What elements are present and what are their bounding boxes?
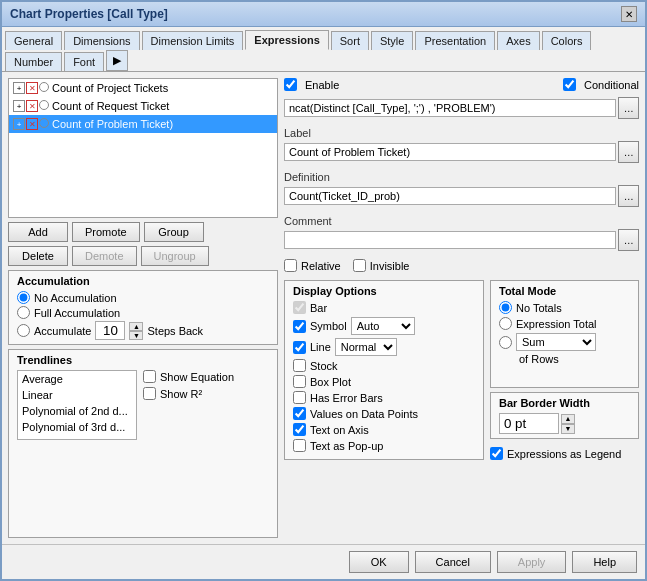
tab-dimensions[interactable]: Dimensions [64, 31, 139, 50]
enable-checkbox[interactable] [284, 78, 297, 91]
expr-icons-2: + ✕ [13, 118, 49, 130]
tab-number[interactable]: Number [5, 52, 62, 71]
close-button[interactable]: ✕ [621, 6, 637, 22]
definition-input-row: … [284, 185, 639, 207]
trend-item-0[interactable]: Average [18, 371, 136, 387]
stock-check[interactable] [293, 359, 306, 372]
trend-item-1[interactable]: Linear [18, 387, 136, 403]
symbol-check[interactable] [293, 320, 306, 333]
expression-list[interactable]: + ✕ Count of Project Tickets + ✕ Count o… [8, 78, 278, 218]
invisible-check[interactable] [353, 259, 366, 272]
sum-row: Sum Average Min Max [499, 333, 630, 351]
conditional-checkbox[interactable] [563, 78, 576, 91]
tab-style[interactable]: Style [371, 31, 413, 50]
bar-border-spinner: ▲ ▼ [561, 414, 575, 434]
show-r2-label: Show R² [160, 388, 202, 400]
label-input[interactable] [284, 143, 616, 161]
relative-check[interactable] [284, 259, 297, 272]
tab-dimension-limits[interactable]: Dimension Limits [142, 31, 244, 50]
right-panel: Enable Conditional … Label … [284, 78, 639, 538]
values-data-points-check[interactable] [293, 407, 306, 420]
no-totals-radio[interactable] [499, 301, 512, 314]
tab-general[interactable]: General [5, 31, 62, 50]
expr-icon-plus-2: + [13, 118, 25, 130]
conditional-input[interactable] [284, 99, 616, 117]
expr-item-1[interactable]: + ✕ Count of Request Ticket [9, 97, 277, 115]
accumulate-up[interactable]: ▲ [129, 322, 143, 331]
ok-button[interactable]: OK [349, 551, 409, 573]
label-btn[interactable]: … [618, 141, 639, 163]
expr-label-0: Count of Project Tickets [52, 82, 168, 94]
expression-total-label: Expression Total [516, 318, 597, 330]
comment-input-row: … [284, 229, 639, 251]
expr-item-0[interactable]: + ✕ Count of Project Tickets [9, 79, 277, 97]
apply-button[interactable]: Apply [497, 551, 567, 573]
promote-button[interactable]: Promote [72, 222, 140, 242]
label-input-row: … [284, 141, 639, 163]
tab-expressions[interactable]: Expressions [245, 30, 328, 50]
definition-field-group: Definition … [284, 171, 639, 207]
comment-btn[interactable]: … [618, 229, 639, 251]
accumulate-row: Accumulate ▲ ▼ Steps Back [17, 321, 269, 340]
bar-check[interactable] [293, 301, 306, 314]
expression-total-radio[interactable] [499, 317, 512, 330]
relative-row: Relative [284, 259, 341, 272]
group-button[interactable]: Group [144, 222, 204, 242]
tab-font[interactable]: Font [64, 52, 104, 71]
definition-input[interactable] [284, 187, 616, 205]
relative-label: Relative [301, 260, 341, 272]
symbol-select[interactable]: Auto Circle Triangle Square [351, 317, 415, 335]
trendlines-options: Show Equation Show R² [143, 370, 234, 440]
bar-border-input[interactable] [499, 413, 559, 434]
conditional-btn[interactable]: … [618, 97, 639, 119]
demote-button[interactable]: Demote [72, 246, 137, 266]
ungroup-button[interactable]: Ungroup [141, 246, 209, 266]
display-total-row: Display Options Bar Symbol Auto Circle T… [284, 280, 639, 460]
text-on-axis-check[interactable] [293, 423, 306, 436]
expression-total-row: Expression Total [499, 317, 630, 330]
show-equation-check[interactable] [143, 370, 156, 383]
trend-item-2[interactable]: Polynomial of 2nd d... [18, 403, 136, 419]
error-bars-check[interactable] [293, 391, 306, 404]
bottom-buttons: OK Cancel Apply Help [2, 544, 645, 579]
tab-axes[interactable]: Axes [497, 31, 539, 50]
bar-border-up[interactable]: ▲ [561, 414, 575, 424]
box-plot-check[interactable] [293, 375, 306, 388]
line-select[interactable]: Normal Dashed Dotted [335, 338, 397, 356]
trend-item-3[interactable]: Polynomial of 3rd d... [18, 419, 136, 435]
full-accumulation-radio[interactable] [17, 306, 30, 319]
comment-input[interactable] [284, 231, 616, 249]
expr-item-2[interactable]: + ✕ Count of Problem Ticket) [9, 115, 277, 133]
tab-more-button[interactable]: ▶ [106, 50, 128, 71]
cancel-button[interactable]: Cancel [415, 551, 491, 573]
stock-label: Stock [310, 360, 338, 372]
tab-presentation[interactable]: Presentation [415, 31, 495, 50]
text-on-axis-label: Text on Axis [310, 424, 369, 436]
definition-field-label: Definition [284, 171, 639, 183]
enable-conditional-row: Enable Conditional [284, 78, 639, 91]
bar-row: Bar [293, 301, 475, 314]
accumulate-radio[interactable] [17, 324, 30, 337]
accumulate-spinner: ▲ ▼ [129, 322, 143, 340]
sum-select[interactable]: Sum Average Min Max [516, 333, 596, 351]
show-r2-check[interactable] [143, 387, 156, 400]
sum-radio[interactable] [499, 336, 512, 349]
help-button[interactable]: Help [572, 551, 637, 573]
button-row-1: Add Promote Group [8, 222, 278, 242]
definition-btn[interactable]: … [618, 185, 639, 207]
accumulate-input[interactable] [95, 321, 125, 340]
tab-sort[interactable]: Sort [331, 31, 369, 50]
expr-icon-dot-1 [39, 100, 49, 110]
trendlines-list[interactable]: Average Linear Polynomial of 2nd d... Po… [17, 370, 137, 440]
tab-colors[interactable]: Colors [542, 31, 592, 50]
expr-legend-check[interactable] [490, 447, 503, 460]
delete-button[interactable]: Delete [8, 246, 68, 266]
bar-border-down[interactable]: ▼ [561, 424, 575, 434]
accumulate-label: Accumulate [34, 325, 91, 337]
line-check[interactable] [293, 341, 306, 354]
accumulate-down[interactable]: ▼ [129, 331, 143, 340]
text-as-popup-check[interactable] [293, 439, 306, 452]
add-button[interactable]: Add [8, 222, 68, 242]
no-totals-row: No Totals [499, 301, 630, 314]
no-accumulation-radio[interactable] [17, 291, 30, 304]
